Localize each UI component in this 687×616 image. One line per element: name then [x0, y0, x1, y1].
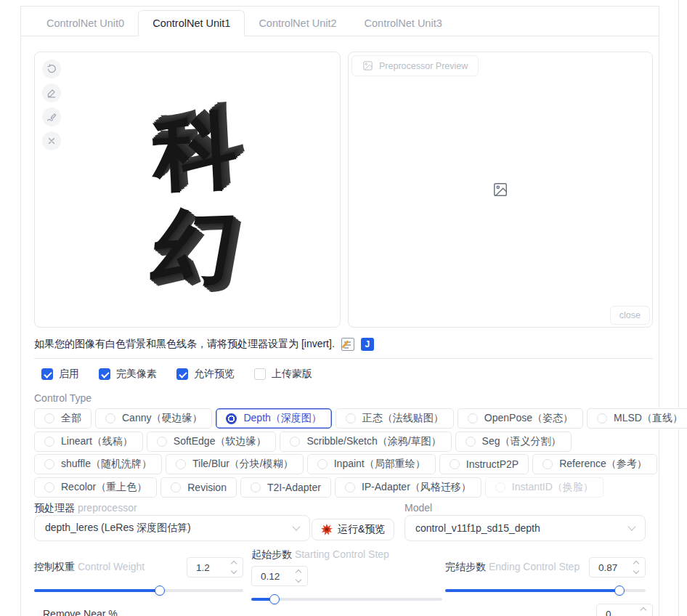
- stepper-icons[interactable]: [225, 558, 243, 577]
- remove-near-input[interactable]: [597, 604, 635, 616]
- control-weight-group: 控制权重 Control Weight: [34, 547, 243, 596]
- starting-step-input[interactable]: [252, 567, 290, 585]
- preview-chip-label: Preprocessor Preview: [379, 61, 468, 71]
- control-type-InstructP2P[interactable]: InstructP2P: [439, 454, 529, 474]
- control-type-option-label: IP-Adapter（风格迁移）: [362, 481, 471, 494]
- close-preview-button[interactable]: close: [610, 306, 650, 325]
- preprocessor-value: depth_leres (LeRes 深度图估算): [45, 522, 293, 535]
- radio-icon[interactable]: [44, 459, 54, 469]
- control-type-label: Control Type: [34, 392, 92, 404]
- radio-icon[interactable]: [251, 482, 261, 493]
- radio-icon[interactable]: [542, 459, 553, 469]
- control-type-SoftEdge-软边缘-[interactable]: SoftEdge（软边缘）: [147, 431, 277, 452]
- control-type-option-label: InstantID（换脸）: [512, 481, 593, 494]
- radio-icon[interactable]: [44, 437, 54, 447]
- remove-near-row: Remove Near %: [43, 604, 653, 616]
- preprocessor-label: 预处理器 preprocessor: [34, 502, 137, 515]
- control-type-Canny-硬边缘-[interactable]: Canny（硬边缘）: [95, 408, 212, 429]
- image-icon: [362, 60, 373, 71]
- tab-controlnet-unit2[interactable]: ControlNet Unit2: [245, 11, 350, 36]
- radio-icon[interactable]: [290, 437, 300, 447]
- starting-step-label: 起始步数 Starting Control Step: [251, 548, 442, 562]
- option-启用[interactable]: 启用: [41, 368, 79, 381]
- tab-controlnet-unit1[interactable]: ControlNet Unit1: [138, 10, 245, 36]
- radio-icon[interactable]: [44, 482, 54, 493]
- stepper-icons[interactable]: [635, 604, 652, 616]
- draw-icon[interactable]: [42, 108, 61, 126]
- stepper-icons[interactable]: [290, 567, 307, 585]
- radio-icon[interactable]: [171, 482, 181, 493]
- radio-icon[interactable]: [317, 459, 328, 469]
- remove-image-icon[interactable]: [42, 131, 61, 150]
- control-type-T2I-Adapter[interactable]: T2I-Adapter: [240, 477, 331, 498]
- model-label: Model: [405, 502, 432, 514]
- control-type-正态-法线贴图-[interactable]: 正态（法线贴图）: [336, 408, 454, 429]
- option-完美像素[interactable]: 完美像素: [99, 368, 157, 381]
- control-type-OpenPose-姿态-[interactable]: OpenPose（姿态）: [458, 408, 583, 429]
- control-type-Tile-Blur-分块-模糊-[interactable]: Tile/Blur（分块/模糊）: [166, 454, 304, 474]
- checkbox-unchecked-icon[interactable]: [254, 368, 266, 380]
- option-上传蒙版[interactable]: 上传蒙版: [254, 368, 312, 381]
- radio-icon[interactable]: [468, 413, 478, 423]
- control-type-option-label: 正态（法线贴图）: [362, 412, 444, 425]
- option-允许预览[interactable]: 允许预览: [176, 368, 235, 381]
- control-weight-input[interactable]: [187, 558, 225, 577]
- slider-thumb[interactable]: [269, 594, 280, 604]
- ending-step-input[interactable]: [590, 558, 627, 577]
- control-type-row: Recolor（重上色）RevisionT2I-AdapterIP-Adapte…: [34, 477, 653, 498]
- control-type-InstantID-换脸-[interactable]: InstantID（换脸）: [485, 477, 603, 498]
- preprocessor-preview-box: Preprocessor Preview close: [348, 52, 653, 328]
- slider-thumb[interactable]: [155, 585, 165, 596]
- preprocessor-preview-chip: Preprocessor Preview: [351, 55, 479, 76]
- radio-icon[interactable]: [176, 459, 186, 469]
- model-dropdown[interactable]: control_v11f1p_sd15_depth: [405, 515, 646, 541]
- control-type-Revision[interactable]: Revision: [160, 477, 237, 498]
- control-type-IP-Adapter-风格迁移-[interactable]: IP-Adapter（风格迁移）: [335, 477, 481, 498]
- radio-icon[interactable]: [597, 413, 607, 423]
- control-type-Seg-语义分割-[interactable]: Seg（语义分割）: [455, 431, 572, 452]
- radio-icon[interactable]: [105, 413, 115, 423]
- control-type-Recolor-重上色-[interactable]: Recolor（重上色）: [34, 477, 157, 498]
- checkbox-checked-icon[interactable]: [99, 368, 110, 380]
- edit-icon[interactable]: [42, 84, 61, 102]
- checkbox-checked-icon[interactable]: [41, 368, 53, 380]
- undo-icon[interactable]: [42, 60, 61, 78]
- checkbox-checked-icon[interactable]: [176, 368, 188, 380]
- j-badge-icon[interactable]: J: [361, 338, 374, 351]
- radio-icon[interactable]: [346, 413, 356, 423]
- control-type-option-label: OpenPose（姿态）: [484, 412, 573, 425]
- control-weight-input-wrap: [187, 557, 243, 578]
- ending-step-slider[interactable]: [445, 585, 646, 596]
- starting-step-slider[interactable]: [251, 594, 442, 604]
- control-type-MLSD-直线-[interactable]: MLSD（直线）: [587, 408, 687, 429]
- radio-icon[interactable]: [44, 413, 54, 423]
- radio-icon[interactable]: [157, 437, 167, 447]
- control-type-option-label: T2I-Adapter: [267, 482, 321, 493]
- control-type-row: shuffle（随机洗牌）Tile/Blur（分块/模糊）Inpaint（局部重…: [34, 454, 653, 474]
- radio-selected-icon[interactable]: [226, 413, 237, 424]
- control-type-全部[interactable]: 全部: [34, 408, 92, 429]
- tab-controlnet-unit0[interactable]: ControlNet Unit0: [33, 11, 138, 36]
- slider-thumb[interactable]: [614, 585, 625, 596]
- control-type-shuffle-随机洗牌-[interactable]: shuffle（随机洗牌）: [34, 454, 162, 474]
- invert-note-row: 如果您的图像有白色背景和黑色线条，请将预处理器设置为 [invert]. J: [34, 338, 374, 351]
- run-preview-button[interactable]: 运行&预览: [312, 519, 394, 540]
- stepper-icons[interactable]: [627, 558, 645, 577]
- memo-icon[interactable]: [341, 338, 354, 351]
- section-divider: [34, 358, 653, 359]
- control-weight-slider[interactable]: [34, 585, 243, 596]
- preprocessor-dropdown[interactable]: depth_leres (LeRes 深度图估算): [34, 515, 310, 541]
- control-type-Reference-参考-[interactable]: Reference（参考）: [532, 454, 657, 474]
- control-type-option-label: Depth（深度图）: [243, 412, 321, 425]
- radio-icon[interactable]: [345, 482, 355, 493]
- tab-controlnet-unit3[interactable]: ControlNet Unit3: [351, 11, 456, 36]
- radio-icon[interactable]: [495, 482, 505, 493]
- control-type-Lineart-线稿-[interactable]: Lineart（线稿）: [34, 431, 143, 452]
- source-image-box[interactable]: 科 幻: [34, 52, 341, 328]
- radio-icon[interactable]: [450, 459, 460, 469]
- control-type-Depth-深度图-[interactable]: Depth（深度图）: [216, 408, 331, 429]
- radio-icon[interactable]: [466, 437, 476, 447]
- control-type-Scribble-Sketch-涂鸦-草图-[interactable]: Scribble/Sketch（涂鸦/草图）: [280, 431, 451, 452]
- control-type-option-label: 全部: [61, 412, 81, 425]
- control-type-Inpaint-局部重绘-[interactable]: Inpaint（局部重绘）: [307, 454, 436, 474]
